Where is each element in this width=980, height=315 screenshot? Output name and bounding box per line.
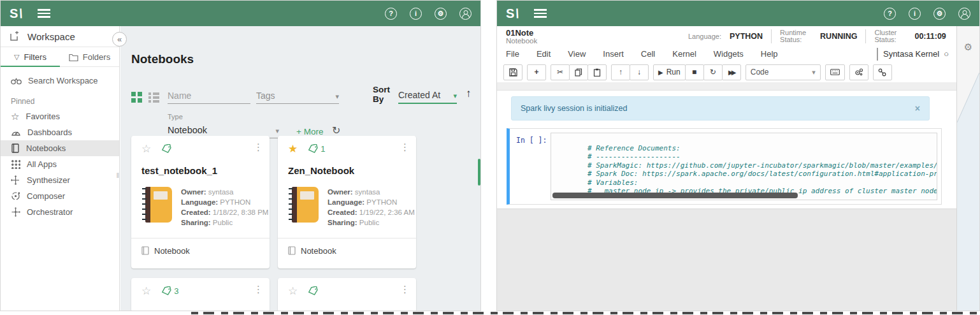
cell-type-select[interactable]: Code ▾ (746, 64, 821, 80)
hamburger-menu-icon[interactable] (534, 9, 547, 18)
name-filter-input[interactable] (168, 87, 250, 104)
code-line: # Variables: (554, 179, 638, 187)
spark-config-button[interactable] (849, 64, 868, 80)
restart-kernel-button[interactable]: ↻ (703, 64, 723, 80)
save-button[interactable] (503, 64, 522, 80)
menu-cell[interactable]: Cell (641, 49, 655, 59)
panel-gear[interactable]: ⚙ (957, 26, 979, 73)
menu-help[interactable]: Help (761, 49, 778, 59)
page-title: Notebooks (131, 52, 194, 66)
copy-cell-button[interactable] (569, 64, 588, 80)
tab-folders[interactable]: Folders (60, 47, 119, 66)
app-header: S\ ? i ⚙ (497, 1, 979, 26)
info-icon[interactable]: i (909, 8, 921, 20)
list-view-icon[interactable] (148, 92, 159, 103)
workspace-header-row: Workspace « (1, 26, 119, 47)
notebook-card[interactable]: ★ 1 ⋮ Zen_Notebook Owner: syntasa Langua… (278, 136, 416, 268)
header-actions: ? i ⚙ (385, 8, 472, 20)
notebook-meta: Language: PYTHON Runtime Status: RUNNING… (688, 26, 946, 46)
settings-gear-icon[interactable]: ⚙ (435, 8, 447, 20)
notebook-card[interactable]: ☆ 3 ⋮ (131, 278, 270, 311)
menu-insert[interactable]: Insert (603, 49, 624, 59)
sidebar-item-favorites[interactable]: ☆ Favorites (1, 108, 119, 124)
info-icon[interactable]: i (410, 8, 422, 20)
sidebar-item-notebooks[interactable]: Notebooks (1, 140, 119, 156)
sidebar-collapse-button[interactable]: « (112, 32, 127, 47)
runtime-status-value: RUNNING (820, 32, 857, 41)
notebook-card[interactable]: ☆ ⋮ (278, 278, 416, 311)
notebook-card[interactable]: ☆ ⋮ test_notebook_1 Owner: syntasa Langu… (131, 136, 270, 268)
notebooks-main-panel: Notebooks Tags ▾ Sort By Created At ▾ ↑ … (120, 26, 480, 311)
favorite-star-icon[interactable]: ★ (288, 142, 298, 156)
move-cell-up-button[interactable]: ↑ (611, 64, 630, 80)
refresh-icon[interactable]: ↻ (332, 124, 340, 136)
created-label: Created: (328, 209, 357, 216)
gear-icon: ⚙ (964, 41, 972, 73)
new-workspace-icon[interactable] (10, 31, 20, 41)
favorite-star-icon[interactable]: ☆ (141, 284, 151, 298)
more-filters-link[interactable]: + More (296, 127, 323, 136)
favorite-star-icon[interactable]: ☆ (141, 142, 151, 156)
paste-cell-button[interactable] (587, 64, 607, 80)
horizontal-scrollbar-thumb[interactable] (552, 193, 798, 198)
chevron-down-icon: ▾ (335, 92, 339, 101)
sidebar-item-dashboards[interactable]: Dashboards (1, 124, 119, 140)
sidebar-item-composer[interactable]: Composer (1, 188, 119, 204)
tags-indicator[interactable] (308, 286, 321, 296)
sidebar-item-label: Notebooks (26, 143, 66, 153)
kernel-name: Syntasa Kernel (883, 49, 939, 59)
hamburger-menu-icon[interactable] (38, 9, 50, 18)
kebab-menu-icon[interactable]: ⋮ (254, 284, 263, 294)
search-workspace[interactable]: Search Workspace (1, 67, 119, 89)
card-type-footer: Notebook (131, 238, 270, 268)
favorite-star-icon[interactable]: ☆ (288, 284, 298, 298)
syntasa-logo[interactable]: S\ (10, 6, 24, 21)
sort-select[interactable]: Created At ▾ (398, 87, 457, 104)
kernel-status-icon: ○ (944, 49, 949, 59)
sidebar-item-synthesizer[interactable]: Synthesizer (1, 172, 119, 188)
kebab-menu-icon[interactable]: ⋮ (400, 284, 410, 294)
syntasa-logo[interactable]: S\ (506, 6, 520, 21)
tab-filters[interactable]: ▽ Filters (1, 47, 60, 66)
card-actions: ☆ (141, 142, 174, 156)
move-cell-down-button[interactable]: ↓ (630, 64, 649, 80)
vertical-scrollbar-thumb[interactable] (478, 159, 480, 186)
code-editor[interactable]: # Reference Documents: # ---------------… (551, 133, 937, 200)
menu-edit[interactable]: Edit (537, 49, 551, 59)
grid-view-icon[interactable] (131, 92, 142, 103)
sidebar-resize-handle[interactable]: ‖ (116, 172, 119, 179)
menu-view[interactable]: View (568, 49, 586, 59)
tags-indicator[interactable]: 3 (161, 286, 178, 296)
add-cell-button[interactable]: + (527, 64, 546, 80)
menu-kernel[interactable]: Kernel (672, 49, 696, 59)
alert-close-icon[interactable]: × (915, 103, 920, 114)
sidebar-item-all-apps[interactable]: All Apps (1, 156, 119, 172)
account-icon[interactable] (958, 8, 970, 20)
notebook-card-title: Zen_Notebook (288, 165, 354, 176)
link-icon (878, 68, 886, 77)
account-icon[interactable] (459, 8, 472, 20)
restart-run-all-button[interactable]: ▶▶ (722, 64, 741, 80)
kebab-menu-icon[interactable]: ⋮ (400, 142, 410, 152)
sidebar-item-orchestrator[interactable]: Orchestrator (1, 204, 119, 220)
code-cell[interactable]: In [ ]: # Reference Documents: # -------… (507, 128, 942, 205)
menu-file[interactable]: File (506, 49, 519, 59)
sidebar-item-label: Orchestrator (27, 207, 73, 217)
link-button[interactable] (873, 64, 892, 80)
interrupt-kernel-button[interactable]: ■ (685, 64, 704, 80)
created-value: 1/18/22, 8:38 PM (213, 209, 269, 216)
sort-direction-arrow[interactable]: ↑ (466, 87, 472, 100)
run-cell-button[interactable]: ▶Run (653, 64, 686, 80)
tags-filter-select[interactable]: Tags ▾ (256, 87, 339, 104)
view-toggle (131, 92, 159, 103)
cluster-status-label: Cluster Status: (874, 29, 906, 43)
menu-widgets[interactable]: Widgets (714, 49, 744, 59)
tags-indicator[interactable] (161, 144, 174, 154)
settings-gear-icon[interactable]: ⚙ (933, 8, 946, 20)
tags-indicator[interactable]: 1 (308, 144, 325, 154)
command-palette-button[interactable] (825, 64, 845, 80)
help-icon[interactable]: ? (385, 8, 397, 20)
kebab-menu-icon[interactable]: ⋮ (254, 142, 263, 152)
cut-cell-button[interactable]: ✂ (551, 64, 570, 80)
help-icon[interactable]: ? (884, 8, 896, 20)
